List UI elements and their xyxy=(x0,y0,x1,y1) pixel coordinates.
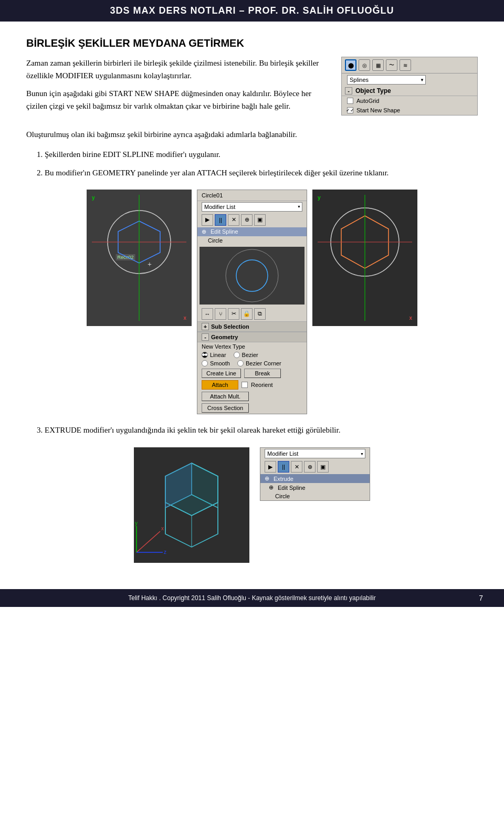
edit-spline-label: Edit Spline xyxy=(211,228,238,235)
bottom-circle-row: Circle xyxy=(260,492,370,500)
square-icon-btn[interactable]: ▣ xyxy=(254,214,266,226)
bottom-left-viewport: x y z xyxy=(134,447,249,563)
new-vertex-type-label: New Vertex Type xyxy=(202,343,245,350)
autogrid-label: AutoGrid xyxy=(356,98,379,104)
spline-viewport-preview xyxy=(200,247,304,305)
spline-preview-svg xyxy=(200,247,304,305)
svg-text:z: z xyxy=(164,549,166,555)
page-number: 7 xyxy=(479,594,483,602)
object-type-collapse-btn[interactable]: - xyxy=(345,87,352,95)
bottom-add-icon[interactable]: ⊕ xyxy=(304,461,316,473)
geometry-toggle[interactable]: - xyxy=(202,333,209,341)
bottom-circle-label: Circle xyxy=(275,493,290,499)
pause-icon-btn[interactable]: || xyxy=(215,214,226,226)
attach-mult-button[interactable]: Attach Mult. xyxy=(202,392,249,401)
extrude-viewport-svg: x y z xyxy=(134,447,249,563)
bottom-close-icon[interactable]: ✕ xyxy=(291,461,302,473)
cross-section-row: Cross Section xyxy=(197,402,307,414)
bottom-modifier-list-row: Modifier List xyxy=(260,448,370,459)
intro-para-1: Zaman zaman şekillerin birbirleri ile bi… xyxy=(26,57,331,82)
geometry-header: - Geometry xyxy=(197,332,307,342)
reorient-label: Reorient xyxy=(251,382,273,388)
sub-selection-toggle[interactable]: + xyxy=(202,323,209,330)
bottom-edit-spline-label: Edit Spline xyxy=(278,485,306,491)
step-3: 3. EXTRUDE modifier'ı uygulandığında iki… xyxy=(26,424,478,437)
step-2-number: 2. xyxy=(37,169,45,177)
modifier-list-row: Modifier List xyxy=(197,201,307,213)
modifier-list-dropdown[interactable]: Modifier List xyxy=(202,202,302,212)
circle-label-row: Circle xyxy=(197,236,307,245)
circle01-panel: Circle01 Modifier List ▶ || ✕ ⊕ ▣ ⊕ Edit… xyxy=(197,190,307,414)
svg-line-20 xyxy=(136,531,160,552)
autogrid-row: AutoGrid xyxy=(342,96,477,106)
start-new-shape-checkbox[interactable]: ✓ xyxy=(347,107,353,113)
icon-row: ▶ || ✕ ⊕ ▣ xyxy=(197,213,307,227)
bottom-grid-icon[interactable]: ▣ xyxy=(317,461,329,473)
circle-tool-icon[interactable]: ⬤ xyxy=(345,59,356,71)
create-line-button[interactable]: Create Line xyxy=(202,369,241,378)
add-icon-btn[interactable]: ⊕ xyxy=(241,214,253,226)
step-2: 2. Bu modifier'ın GEOMETRY panelinde yer… xyxy=(26,166,478,180)
sub-selection-label: Sub Selection xyxy=(211,323,249,330)
play-icon-btn[interactable]: ▶ xyxy=(202,214,213,226)
reorient-checkbox[interactable] xyxy=(242,382,248,388)
svg-text:y: y xyxy=(135,520,138,526)
move-icon[interactable]: ↔ xyxy=(202,308,213,320)
bottom-play-icon[interactable]: ▶ xyxy=(265,461,276,473)
start-new-shape-row: ✓ Start New Shape xyxy=(342,106,477,115)
step-3-number: 3. xyxy=(37,426,45,434)
geometry-label: Geometry xyxy=(211,334,238,340)
circle-label: Circle xyxy=(208,237,223,244)
lock-icon[interactable]: 🔒 xyxy=(241,308,253,320)
close-icon-btn[interactable]: ✕ xyxy=(228,214,239,226)
panel-toolbar: ⬤ ◎ ▦ 〜 ≋ xyxy=(342,57,477,74)
start-new-shape-label: Start New Shape xyxy=(356,107,400,113)
grid-tool-icon[interactable]: ▦ xyxy=(372,59,384,71)
bezier-corner-radio[interactable] xyxy=(237,360,244,366)
header-title: 3DS MAX DERS NOTLARI – PROF. DR. SALİH O… xyxy=(110,5,394,16)
bottom-edit-spline-row: ⊕ Edit Spline xyxy=(260,483,370,492)
step-2-text: Bu modifier'ın GEOMETRY panelinde yer al… xyxy=(45,169,388,177)
wave-tool-icon[interactable]: 〜 xyxy=(386,59,397,71)
bottom-pause-icon[interactable]: || xyxy=(278,461,289,473)
bottom-panel: Modifier List ▶ || ✕ ⊕ ▣ ⊕ Extrude ⊕ Edi… xyxy=(260,447,370,501)
step-1-text: Şekillerden birine EDIT SLPLINE modifier… xyxy=(45,150,220,159)
right-viewport: y x xyxy=(312,190,417,326)
attach-button[interactable]: Attach xyxy=(202,380,238,390)
step-1: 1. Şekillerden birine EDIT SLPLINE modif… xyxy=(26,148,478,162)
bottom-modifier-list-dropdown[interactable]: Modifier List xyxy=(265,449,365,458)
middle-images-section: y x Recn02 + Circle01 xyxy=(26,190,478,414)
sub-selection-header: + Sub Selection xyxy=(197,321,307,332)
object-type-label: Object Type xyxy=(355,87,391,95)
attach-mult-row: Attach Mult. xyxy=(197,391,307,402)
linear-radio[interactable] xyxy=(202,352,208,358)
radio-row-2: Smooth Bezier Corner xyxy=(197,359,307,368)
intro-section: Zaman zaman şekillerin birbirleri ile bi… xyxy=(26,57,478,118)
bezier-radio[interactable] xyxy=(234,352,240,358)
extrude-label: Extrude xyxy=(274,476,293,482)
break-button[interactable]: Break xyxy=(244,369,281,378)
splines-dropdown[interactable]: Splines xyxy=(347,75,426,85)
panel-title-bar: Circle01 xyxy=(197,190,307,201)
object-type-bar: - Object Type xyxy=(342,86,477,96)
donut-tool-icon[interactable]: ◎ xyxy=(359,59,370,71)
footer: Telif Hakkı . Copyright 2011 Salih Ofluo… xyxy=(0,589,504,607)
radio-row-1: Linear Bezier xyxy=(197,351,307,359)
scissors-icon[interactable]: ✂ xyxy=(228,308,239,320)
new-vertex-type-row: New Vertex Type xyxy=(197,342,307,351)
splines-panel: ⬤ ◎ ▦ 〜 ≋ Splines - Object Type AutoGrid xyxy=(341,57,478,116)
autogrid-checkbox[interactable] xyxy=(347,98,353,104)
extrude-icon: ⊕ xyxy=(265,475,269,482)
copy-icon[interactable]: ⧉ xyxy=(254,308,266,320)
vertex-icon[interactable]: ⑂ xyxy=(215,308,226,320)
main-content: BİRLEŞİK ŞEKİLLER MEYDANA GETİRMEK Zaman… xyxy=(0,22,504,589)
attach-row: Attach Reorient xyxy=(197,379,307,391)
cross-section-button[interactable]: Cross Section xyxy=(202,403,249,413)
bottom-panel-icon-row: ▶ || ✕ ⊕ ▣ xyxy=(260,459,370,474)
bezier-label: Bezier xyxy=(242,352,258,358)
extra-tool-icon[interactable]: ≋ xyxy=(400,59,411,71)
svg-text:x: x xyxy=(161,526,164,531)
left-viewport: y x Recn02 + xyxy=(87,190,192,326)
smooth-radio[interactable] xyxy=(202,360,208,366)
edit-spline-row: ⊕ Edit Spline xyxy=(197,227,307,236)
